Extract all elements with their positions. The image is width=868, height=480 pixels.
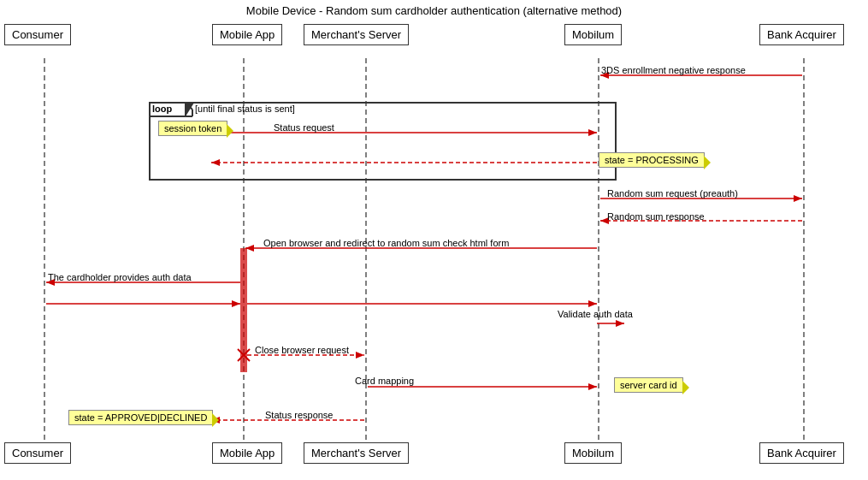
svg-marker-13 <box>588 129 597 136</box>
actor-mobileapp-top: Mobile App <box>212 24 282 45</box>
note-state-processing: state = PROCESSING <box>599 152 705 168</box>
actor-bankacquirer-top: Bank Acquirer <box>759 24 844 45</box>
actor-bankacquirer-bottom: Bank Acquirer <box>759 442 844 464</box>
msg-status-response: Status response <box>265 410 334 420</box>
svg-marker-17 <box>794 195 802 202</box>
actor-consumer-top: Consumer <box>4 24 71 45</box>
msg-random-sum-response: Random sum response <box>607 211 705 222</box>
msg-validate-auth: Validate auth data <box>558 309 633 319</box>
actor-merchant-top: Merchant's Server <box>304 24 409 45</box>
svg-line-32 <box>238 349 250 361</box>
loop-label: loop <box>152 104 172 114</box>
note-state-approved: state = APPROVED|DECLINED <box>68 410 213 425</box>
svg-marker-30 <box>616 320 624 327</box>
note-session-token: session token <box>158 121 227 136</box>
svg-marker-15 <box>211 159 220 166</box>
msg-3ds-enrollment: 3DS enrollment negative response <box>601 65 746 75</box>
msg-cardholder-auth: The cardholder provides auth data <box>48 272 192 282</box>
page-title: Mobile Device - Random sum cardholder au… <box>0 4 868 17</box>
svg-rect-22 <box>240 248 247 372</box>
msg-random-sum-request: Random sum request (preauth) <box>607 188 738 199</box>
note-server-card-id: server card id <box>614 377 683 393</box>
msg-close-browser: Close browser request <box>255 345 349 355</box>
svg-rect-5 <box>150 103 616 180</box>
svg-line-31 <box>238 349 250 361</box>
loop-condition: [until final status is sent] <box>195 104 295 114</box>
svg-marker-21 <box>245 245 254 252</box>
actor-mobileapp-bottom: Mobile App <box>212 442 282 464</box>
msg-open-browser: Open browser and redirect to random sum … <box>263 238 509 248</box>
svg-marker-34 <box>356 352 364 359</box>
actor-merchant-bottom: Merchant's Server <box>304 442 409 464</box>
svg-marker-36 <box>588 383 597 390</box>
svg-marker-28 <box>588 300 597 307</box>
svg-marker-26 <box>232 300 240 307</box>
actor-mobilum-top: Mobilum <box>564 24 622 45</box>
actor-mobilum-bottom: Mobilum <box>564 442 622 464</box>
msg-status-request: Status request <box>274 122 334 133</box>
actor-consumer-bottom: Consumer <box>4 442 71 464</box>
msg-card-mapping: Card mapping <box>355 376 414 386</box>
